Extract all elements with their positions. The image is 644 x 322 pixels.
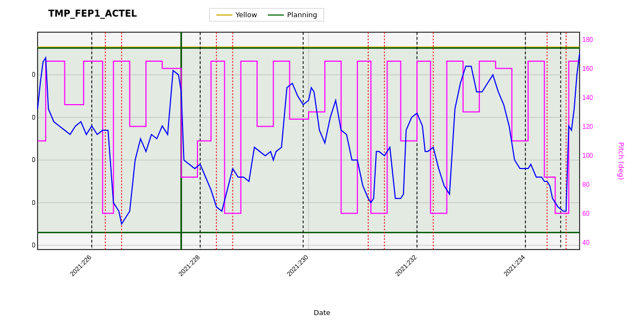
chart-title: TMP_FEP1_ACTEL [48,8,137,19]
main-chart-canvas [32,30,612,282]
yellow-legend-line [216,14,232,16]
planning-legend-line [268,14,284,16]
legend-item-planning: Planning [268,11,317,19]
x-axis-label: Date [313,309,330,317]
legend-item-yellow: Yellow [216,11,257,19]
chart-container: TMP_FEP1_ACTEL Yellow Planning Temperatu… [0,0,644,322]
yellow-legend-label: Yellow [236,11,257,19]
planning-legend-label: Planning [287,11,317,19]
legend: Yellow Planning [209,8,324,21]
y-axis-right-label: Pitch (deg) [617,142,625,180]
